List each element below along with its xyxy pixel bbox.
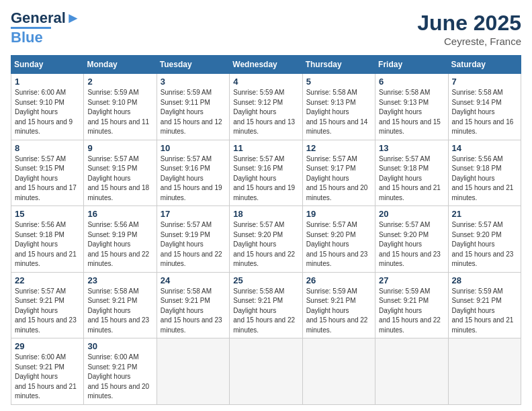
day-info: Sunrise: 5:59 AM Sunset: 9:12 PM Dayligh… [233, 88, 298, 137]
table-row: 5 Sunrise: 5:58 AM Sunset: 9:13 PM Dayli… [302, 74, 375, 140]
table-row: 1 Sunrise: 6:00 AM Sunset: 9:10 PM Dayli… [11, 74, 84, 140]
day-info: Sunrise: 5:57 AM Sunset: 9:18 PM Dayligh… [379, 154, 444, 203]
day-number: 27 [379, 275, 444, 285]
day-info: Sunrise: 5:58 AM Sunset: 9:13 PM Dayligh… [306, 88, 371, 137]
table-row: 20 Sunrise: 5:57 AM Sunset: 9:20 PM Dayl… [375, 206, 448, 273]
day-info: Sunrise: 5:56 AM Sunset: 9:18 PM Dayligh… [15, 220, 80, 269]
day-number: 2 [87, 77, 152, 87]
day-info: Sunrise: 5:57 AM Sunset: 9:16 PM Dayligh… [161, 154, 226, 203]
day-info: Sunrise: 5:58 AM Sunset: 9:21 PM Dayligh… [87, 287, 152, 336]
calendar-week-1: 1 Sunrise: 6:00 AM Sunset: 9:10 PM Dayli… [11, 74, 521, 140]
day-number: 20 [379, 209, 444, 219]
col-wednesday: Wednesday [230, 56, 302, 74]
table-row: 19 Sunrise: 5:57 AM Sunset: 9:20 PM Dayl… [302, 206, 375, 273]
location: Ceyreste, France [417, 36, 521, 47]
table-row: 7 Sunrise: 5:58 AM Sunset: 9:14 PM Dayli… [448, 74, 521, 140]
day-number: 9 [87, 143, 152, 153]
day-number: 12 [306, 143, 371, 153]
day-number: 25 [233, 275, 298, 285]
table-row [375, 338, 448, 405]
day-number: 16 [87, 209, 152, 219]
day-number: 3 [161, 77, 226, 87]
day-info: Sunrise: 6:00 AM Sunset: 9:10 PM Dayligh… [15, 88, 80, 137]
day-info: Sunrise: 5:57 AM Sunset: 9:20 PM Dayligh… [452, 220, 517, 269]
logo: General► Blue [11, 11, 81, 46]
table-row [157, 338, 229, 405]
table-row: 10 Sunrise: 5:57 AM Sunset: 9:16 PM Dayl… [157, 140, 229, 206]
table-row: 12 Sunrise: 5:57 AM Sunset: 9:17 PM Dayl… [302, 140, 375, 206]
table-row: 13 Sunrise: 5:57 AM Sunset: 9:18 PM Dayl… [375, 140, 448, 206]
table-row: 29 Sunrise: 6:00 AM Sunset: 9:21 PM Dayl… [11, 338, 84, 405]
table-row: 23 Sunrise: 5:58 AM Sunset: 9:21 PM Dayl… [84, 272, 157, 338]
day-number: 29 [15, 341, 80, 351]
table-row: 25 Sunrise: 5:58 AM Sunset: 9:21 PM Dayl… [230, 272, 302, 338]
day-info: Sunrise: 5:57 AM Sunset: 9:21 PM Dayligh… [15, 287, 80, 336]
day-info: Sunrise: 5:58 AM Sunset: 9:13 PM Dayligh… [379, 88, 444, 137]
table-row: 17 Sunrise: 5:57 AM Sunset: 9:19 PM Dayl… [157, 206, 229, 273]
col-thursday: Thursday [302, 56, 375, 74]
table-row: 30 Sunrise: 6:00 AM Sunset: 9:21 PM Dayl… [84, 338, 157, 405]
day-number: 18 [233, 209, 298, 219]
day-number: 23 [87, 275, 152, 285]
header-row: Sunday Monday Tuesday Wednesday Thursday… [11, 56, 521, 74]
day-number: 8 [15, 143, 80, 153]
day-number: 7 [452, 77, 517, 87]
day-info: Sunrise: 5:59 AM Sunset: 9:11 PM Dayligh… [161, 88, 226, 137]
table-row: 9 Sunrise: 5:57 AM Sunset: 9:15 PM Dayli… [84, 140, 157, 206]
logo-blue: Blue [11, 29, 43, 46]
table-row: 28 Sunrise: 5:59 AM Sunset: 9:21 PM Dayl… [448, 272, 521, 338]
day-number: 5 [306, 77, 371, 87]
day-number: 15 [15, 209, 80, 219]
day-number: 24 [161, 275, 226, 285]
day-number: 14 [452, 143, 517, 153]
table-row: 6 Sunrise: 5:58 AM Sunset: 9:13 PM Dayli… [375, 74, 448, 140]
day-info: Sunrise: 5:57 AM Sunset: 9:20 PM Dayligh… [233, 220, 298, 269]
table-row: 26 Sunrise: 5:59 AM Sunset: 9:21 PM Dayl… [302, 272, 375, 338]
calendar-week-2: 8 Sunrise: 5:57 AM Sunset: 9:15 PM Dayli… [11, 140, 521, 206]
calendar-week-3: 15 Sunrise: 5:56 AM Sunset: 9:18 PM Dayl… [11, 206, 521, 273]
table-row: 2 Sunrise: 5:59 AM Sunset: 9:10 PM Dayli… [84, 74, 157, 140]
table-row: 4 Sunrise: 5:59 AM Sunset: 9:12 PM Dayli… [230, 74, 302, 140]
day-number: 10 [161, 143, 226, 153]
day-number: 28 [452, 275, 517, 285]
table-row: 18 Sunrise: 5:57 AM Sunset: 9:20 PM Dayl… [230, 206, 302, 273]
page-header: General► Blue June 2025 Ceyreste, France [11, 11, 521, 47]
table-row: 8 Sunrise: 5:57 AM Sunset: 9:15 PM Dayli… [11, 140, 84, 206]
day-number: 19 [306, 209, 371, 219]
day-info: Sunrise: 5:57 AM Sunset: 9:17 PM Dayligh… [306, 154, 371, 203]
day-info: Sunrise: 5:58 AM Sunset: 9:14 PM Dayligh… [452, 88, 517, 137]
day-info: Sunrise: 5:59 AM Sunset: 9:10 PM Dayligh… [87, 88, 152, 137]
col-monday: Monday [84, 56, 157, 74]
day-info: Sunrise: 5:58 AM Sunset: 9:21 PM Dayligh… [233, 287, 298, 336]
day-info: Sunrise: 5:56 AM Sunset: 9:19 PM Dayligh… [87, 220, 152, 269]
table-row: 27 Sunrise: 5:59 AM Sunset: 9:21 PM Dayl… [375, 272, 448, 338]
day-info: Sunrise: 5:56 AM Sunset: 9:18 PM Dayligh… [452, 154, 517, 203]
day-number: 6 [379, 77, 444, 87]
day-info: Sunrise: 5:59 AM Sunset: 9:21 PM Dayligh… [306, 287, 371, 336]
table-row [302, 338, 375, 405]
day-info: Sunrise: 5:57 AM Sunset: 9:20 PM Dayligh… [379, 220, 444, 269]
table-row [448, 338, 521, 405]
day-info: Sunrise: 5:59 AM Sunset: 9:21 PM Dayligh… [452, 287, 517, 336]
table-row: 16 Sunrise: 5:56 AM Sunset: 9:19 PM Dayl… [84, 206, 157, 273]
calendar-week-5: 29 Sunrise: 6:00 AM Sunset: 9:21 PM Dayl… [11, 338, 521, 405]
table-row: 21 Sunrise: 5:57 AM Sunset: 9:20 PM Dayl… [448, 206, 521, 273]
day-number: 1 [15, 77, 80, 87]
day-info: Sunrise: 5:57 AM Sunset: 9:15 PM Dayligh… [87, 154, 152, 203]
title-block: June 2025 Ceyreste, France [417, 11, 521, 47]
day-number: 11 [233, 143, 298, 153]
table-row: 14 Sunrise: 5:56 AM Sunset: 9:18 PM Dayl… [448, 140, 521, 206]
day-number: 26 [306, 275, 371, 285]
col-tuesday: Tuesday [157, 56, 229, 74]
day-info: Sunrise: 5:57 AM Sunset: 9:15 PM Dayligh… [15, 154, 80, 203]
day-info: Sunrise: 5:59 AM Sunset: 9:21 PM Dayligh… [379, 287, 444, 336]
day-number: 21 [452, 209, 517, 219]
col-friday: Friday [375, 56, 448, 74]
day-number: 30 [87, 341, 152, 351]
day-info: Sunrise: 5:57 AM Sunset: 9:16 PM Dayligh… [233, 154, 298, 203]
day-number: 17 [161, 209, 226, 219]
table-row [230, 338, 302, 405]
day-number: 22 [15, 275, 80, 285]
table-row: 22 Sunrise: 5:57 AM Sunset: 9:21 PM Dayl… [11, 272, 84, 338]
logo-text: General► [11, 11, 81, 26]
